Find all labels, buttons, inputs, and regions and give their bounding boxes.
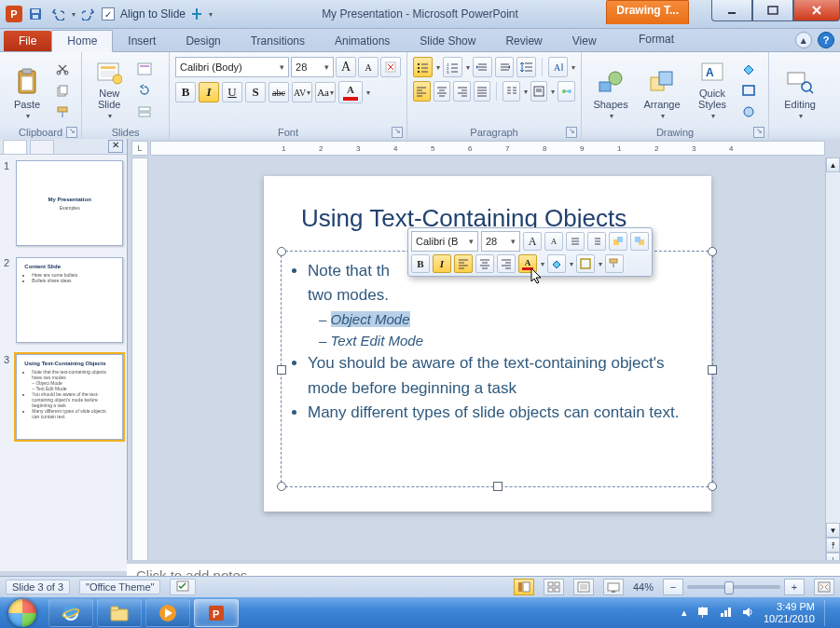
line-spacing-button[interactable] — [516, 57, 536, 77]
clipboard-launcher-icon[interactable]: ↘ — [66, 127, 77, 138]
subbullet-1[interactable]: Object Mode — [319, 308, 703, 330]
thumbnails-list[interactable]: 1 My PresentationExamples 2 Content Slid… — [0, 155, 127, 571]
file-tab[interactable]: File — [4, 31, 51, 51]
view-normal-icon[interactable] — [514, 579, 534, 595]
editing-button[interactable]: Editing▾ — [775, 58, 825, 123]
format-painter-icon[interactable] — [52, 102, 73, 121]
tab-insert[interactable]: Insert — [113, 31, 171, 51]
mini-italic[interactable]: I — [433, 254, 451, 273]
bullet-2[interactable]: You should be aware of the text-containi… — [308, 351, 703, 401]
tray-show-hidden-icon[interactable]: ▴ — [682, 607, 687, 619]
qat-undo-more-icon[interactable]: ▾ — [72, 10, 76, 19]
slide[interactable]: Using Text-Containing Objects Note that … — [264, 176, 711, 512]
paste-dropdown-icon[interactable]: ▾ — [26, 112, 30, 120]
tray-network-icon[interactable] — [719, 606, 732, 621]
vertical-ruler[interactable] — [131, 157, 148, 567]
mini-format-painter[interactable] — [605, 254, 624, 273]
mini-align-right[interactable] — [497, 254, 516, 273]
columns-button[interactable] — [503, 81, 520, 102]
shape-outline-icon[interactable] — [738, 81, 759, 100]
taskbar-explorer-icon[interactable] — [97, 599, 142, 627]
drawing-launcher-icon[interactable]: ↘ — [753, 127, 764, 138]
qat-customize-icon[interactable]: ▾ — [209, 10, 213, 19]
tab-transitions[interactable]: Transitions — [236, 31, 320, 51]
section-icon[interactable] — [134, 102, 155, 121]
tray-clock[interactable]: 3:49 PM10/21/2010 — [764, 601, 815, 623]
font-color-button[interactable]: A — [338, 81, 363, 103]
layout-icon[interactable] — [134, 60, 155, 78]
tab-format[interactable]: Format — [624, 29, 689, 49]
qat-redo-icon[interactable] — [79, 5, 98, 23]
tray-volume-icon[interactable] — [741, 606, 754, 621]
new-slide-button[interactable]: New Slide ▾ — [88, 58, 131, 123]
font-color-dropdown-icon[interactable]: ▾ — [366, 89, 370, 97]
window-minimize-button[interactable] — [711, 0, 752, 21]
subbullet-2[interactable]: Text Edit Mode — [319, 330, 703, 351]
copy-icon[interactable] — [52, 81, 73, 100]
font-name-select[interactable]: Calibri (Body)▾ — [175, 57, 289, 77]
align-left-button[interactable] — [413, 81, 431, 102]
change-case-button[interactable]: Aa▾ — [315, 82, 336, 102]
prev-slide-icon[interactable]: ⭱ — [826, 538, 840, 553]
zoom-thumb[interactable] — [724, 581, 734, 594]
mini-bold[interactable]: B — [411, 254, 430, 273]
mini-align-left[interactable] — [454, 254, 473, 273]
text-shadow-button[interactable]: S — [245, 82, 266, 102]
scroll-down-icon[interactable]: ▼ — [826, 523, 840, 538]
help-icon[interactable]: ? — [818, 32, 834, 48]
mini-send-back-icon[interactable] — [630, 232, 649, 251]
align-center-icon[interactable] — [189, 7, 204, 21]
resize-handle-se[interactable] — [708, 482, 717, 491]
resize-handle-e[interactable] — [708, 365, 717, 375]
mini-increase-indent[interactable] — [587, 232, 606, 251]
strike-button[interactable]: abc — [269, 82, 289, 102]
zoom-in-button[interactable]: + — [784, 579, 805, 595]
bullet-3[interactable]: Many different types of slide objects ca… — [308, 401, 703, 425]
align-right-button[interactable] — [453, 81, 471, 102]
paragraph-launcher-icon[interactable]: ↘ — [566, 127, 577, 138]
close-pane-icon[interactable]: ✕ — [108, 140, 123, 153]
zoom-out-button[interactable]: − — [663, 579, 683, 595]
mini-font-select[interactable]: Calibri (B▾ — [411, 231, 478, 252]
tab-slideshow[interactable]: Slide Show — [405, 31, 490, 51]
mini-grow-font[interactable]: A — [523, 232, 542, 251]
vertical-scrollbar[interactable]: ▲ ▼ ⭱ ⭳ — [825, 157, 840, 567]
view-reading-icon[interactable] — [573, 579, 594, 595]
window-close-button[interactable] — [793, 0, 840, 21]
thumbnail-slide-1[interactable]: My PresentationExamples — [16, 160, 123, 246]
text-direction-dropdown-icon[interactable]: ▾ — [571, 63, 575, 72]
mini-align-center[interactable] — [475, 254, 494, 273]
start-button[interactable] — [0, 597, 45, 628]
fit-window-icon[interactable] — [814, 579, 834, 595]
content-placeholder[interactable]: Note that thtwo modes. Object Mode Text … — [281, 251, 713, 487]
taskbar-ie-icon[interactable] — [48, 599, 93, 627]
align-to-slide-checkbox[interactable]: ✓ — [102, 7, 115, 20]
shapes-button[interactable]: Shapes▾ — [587, 58, 634, 123]
clear-formatting-icon[interactable] — [380, 57, 401, 77]
resize-handle-w[interactable] — [277, 365, 286, 375]
mini-shrink-font[interactable]: A — [544, 232, 563, 251]
bullets-button[interactable] — [413, 57, 433, 77]
view-slideshow-icon[interactable] — [603, 579, 624, 595]
slide-canvas[interactable]: Using Text-Containing Objects Note that … — [150, 157, 825, 567]
mini-fill-icon[interactable] — [547, 254, 566, 273]
grow-font-button[interactable]: A — [336, 57, 356, 77]
resize-handle-nw[interactable] — [277, 247, 286, 256]
align-text-button[interactable] — [530, 81, 548, 102]
mini-decrease-indent[interactable] — [566, 232, 585, 251]
italic-button[interactable]: I — [199, 82, 219, 102]
quick-styles-button[interactable]: A Quick Styles▾ — [690, 58, 735, 123]
font-size-select[interactable]: 28▾ — [291, 57, 334, 77]
mini-outline-icon[interactable] — [576, 254, 595, 273]
thumbnail-slide-3[interactable]: Using Text-Containing Objects Note that … — [16, 354, 123, 440]
increase-indent-button[interactable] — [495, 57, 515, 77]
align-text-dropdown-icon[interactable]: ▾ — [551, 88, 555, 96]
bold-button[interactable]: B — [175, 82, 196, 102]
outline-tab-icon[interactable] — [30, 140, 54, 154]
resize-handle-s[interactable] — [493, 482, 503, 491]
text-direction-button[interactable]: A — [548, 57, 568, 77]
qat-save-icon[interactable] — [26, 5, 45, 23]
mini-fill-dropdown[interactable]: ▾ — [570, 260, 573, 268]
tray-flag-icon[interactable] — [696, 606, 709, 621]
tab-view[interactable]: View — [558, 31, 612, 51]
